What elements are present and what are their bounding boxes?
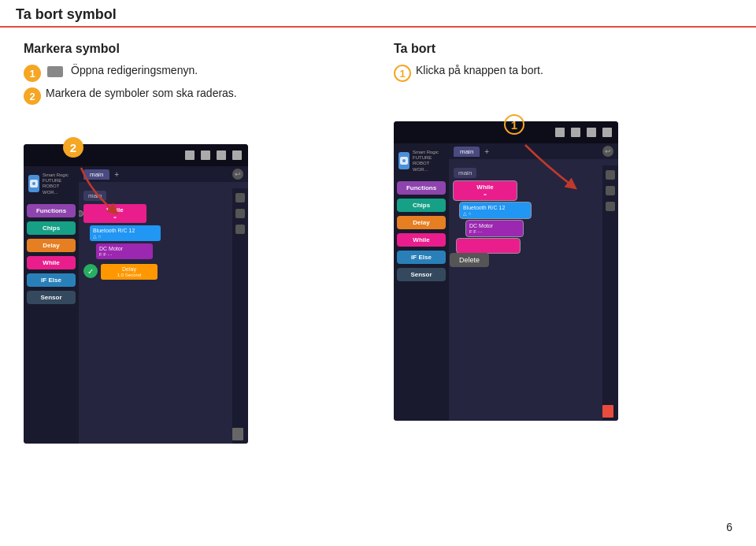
left-sidebar-chips: Chips [27,221,76,235]
left-delay-block: Delay1.0 Second [101,264,158,280]
right-toolbar-download-icon [555,128,565,137]
right-dcmotor-block: DC MotorF F - - [466,221,523,236]
right-badge-1: 1 [394,65,411,82]
right-trash-icon[interactable] [602,405,613,418]
right-panel-icon-2 [606,186,615,195]
left-logo-text: Smart RogicFUTURE ROBOT WOR... [43,173,74,195]
right-logo-text: Smart RogicFUTURE ROBOT WOR... [413,150,444,173]
right-toolbar-settings-icon [602,128,612,137]
right-dcmotor-wrapper: DC MotorF F - - [454,221,613,236]
page-number: 6 [726,521,732,533]
right-section-title: Ta bort [394,42,732,56]
left-tab-bar: main + ↩ [79,166,248,182]
left-sidebar-functions: Functions [27,204,76,217]
left-sidebar-while: While [27,256,76,269]
left-app-screen: Smart RogicFUTURE ROBOT WOR... Functions… [24,144,248,444]
right-panel-icon-1 [606,170,615,180]
right-sidebar-chips: Chips [397,199,446,212]
left-sidebar-delay: Delay [27,239,76,252]
right-logo: Smart RogicFUTURE ROBOT WOR... [397,148,446,174]
right-main-area: main + ↩ main Whil [449,143,618,421]
left-logo-box [28,175,39,192]
left-floating-badge-2: 2 [63,137,83,158]
left-dcmotor-wrapper: DC MotorF F - - [83,243,243,259]
left-badge-1: 1 [24,65,41,82]
content-area: Markera symbol 1 Öppna redigeringsmenyn.… [0,42,756,444]
left-bluetooth-block: Bluetooth R/C 12△ ○ [90,225,161,241]
toolbar-play-icon [201,150,210,160]
left-while-block: While= [83,204,146,223]
right-sidebar-functions: Functions [397,181,446,195]
left-main-tab: main [83,169,109,180]
toolbar-stop-icon [217,150,226,160]
right-selected-bottom-block [457,239,520,253]
right-right-panel [602,165,618,421]
toolbar-download-icon [185,150,195,160]
right-undo-btn[interactable]: ↩ [602,146,613,157]
left-step-1-text: Öppna redigeringsmenyn. [71,64,198,76]
left-step-2: 2 Markera de symboler som ska raderas. [24,87,362,105]
left-section: Markera symbol 1 Öppna redigeringsmenyn.… [24,42,362,444]
left-app-mockup: 2 [24,144,362,444]
left-right-panel [232,188,248,444]
right-sidebar-while: While [397,233,446,247]
edit-icon [47,66,63,77]
left-while-wrapper: While= [83,204,243,223]
right-logo-box [398,152,410,169]
left-app-body: Smart RogicFUTURE ROBOT WOR... Functions… [24,166,248,444]
left-app-toolbar [24,144,248,166]
left-badge-2: 2 [24,87,41,105]
right-bluetooth-wrapper: Bluetooth R/C 12△ ○ [454,202,613,218]
right-step-1-text: Klicka på knappen ta bort. [416,64,543,76]
right-while-block: While= [454,181,517,200]
left-panel-icon-2 [235,209,245,218]
right-sidebar-sensor: Sensor [397,268,446,281]
right-bluetooth-block: Bluetooth R/C 12△ ○ [460,202,531,218]
left-instruction-list: 1 Öppna redigeringsmenyn. 2 Markera de s… [24,64,362,105]
left-step-2-text: Markera de symboler som ska raderas. [46,87,237,99]
right-step-1: 1 Klicka på knappen ta bort. [394,64,732,82]
right-toolbar-stop-icon [587,128,596,137]
left-trash-icon [232,428,243,440]
right-toolbar-play-icon [571,128,580,137]
page-title: Ta bort symbol [16,6,117,22]
left-step2-indicator: 2 [63,136,83,158]
left-delay-wrapper: ✓ Delay1.0 Second [83,264,243,280]
right-app-body: Smart RogicFUTURE ROBOT WOR... Functions… [394,143,618,421]
left-panel-icon-3 [235,225,245,234]
right-canvas: main While= Bluetooth R/C 12△ ○ [449,159,618,294]
left-block-main-label: main [83,191,106,201]
left-sidebar-sensor: Sensor [27,291,76,304]
left-canvas: main While= [79,182,248,284]
right-app-screen: Smart RogicFUTURE ROBOT WOR... Functions… [394,121,618,421]
right-instruction-list: 1 Klicka på knappen ta bort. [394,64,732,82]
right-section: Ta bort 1 Klicka på knappen ta bort. 1 [394,42,732,444]
right-sidebar: Smart RogicFUTURE ROBOT WOR... Functions… [394,143,449,421]
left-tab-plus: + [114,170,119,179]
toolbar-settings-icon [232,150,242,160]
left-dcmotor-block: DC MotorF F - - [96,243,153,259]
right-tab-plus: + [484,147,489,156]
right-tab-bar: main + ↩ [449,143,618,159]
svg-point-5 [402,159,406,162]
right-bottom-toolbar [394,405,618,418]
right-while-wrapper: While= [454,181,613,200]
left-logo: Smart RogicFUTURE ROBOT WOR... [27,171,76,197]
right-delete-button[interactable]: Delete [450,253,489,267]
left-step-1: 1 Öppna redigeringsmenyn. [24,64,362,82]
right-sidebar-delay: Delay [397,216,446,229]
left-bluetooth-wrapper: Bluetooth R/C 12△ ○ [83,225,243,241]
right-floating-badge-1: 1 [504,114,524,135]
page-header: Ta bort symbol [0,0,756,28]
right-main-tab: main [454,147,480,157]
left-section-title: Markera symbol [24,42,362,56]
left-bottom-toolbar [24,428,248,440]
left-checkmark: ✓ [83,264,98,278]
left-sidebar-ifelse: IF Else [27,273,76,287]
right-app-mockup: 1 [394,121,732,421]
right-panel-icon-3 [606,202,615,211]
right-sidebar-ifelse: IF Else [397,251,446,264]
svg-point-2 [32,182,35,185]
left-undo-btn[interactable]: ↩ [232,169,243,180]
right-step1-indicator: 1 [504,113,524,135]
